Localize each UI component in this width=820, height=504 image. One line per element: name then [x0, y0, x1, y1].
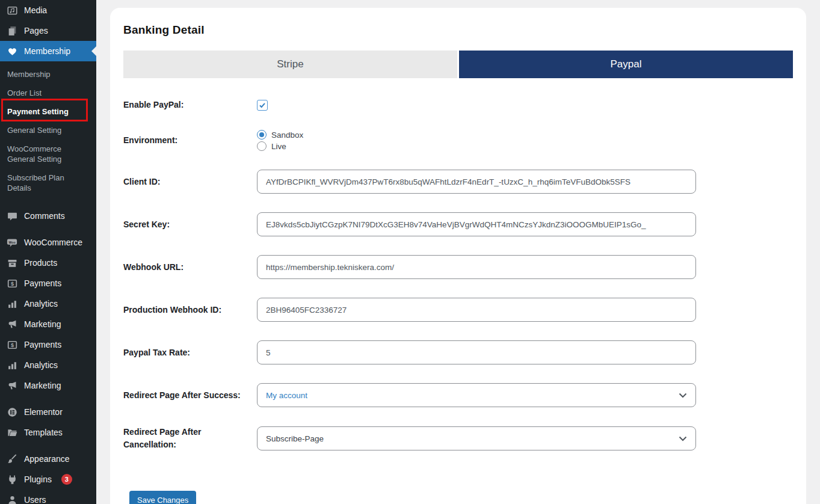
users-icon [6, 494, 18, 504]
paypal-tax-rate-input[interactable] [257, 340, 696, 364]
sidebar-item-woocommerce[interactable]: Woo WooCommerce [0, 232, 96, 253]
media-icon [6, 4, 18, 16]
sidebar-item-label: Payments [24, 339, 61, 351]
pages-icon [6, 25, 18, 37]
sidebar-item-users[interactable]: Users [0, 490, 96, 504]
production-webhook-id-input[interactable] [257, 298, 696, 322]
appearance-brush-icon [6, 453, 18, 465]
submenu-item-payment-setting[interactable]: Payment Setting [0, 102, 96, 121]
banking-detail-card: Banking Detail Stripe Paypal Enable PayP… [110, 8, 806, 504]
sidebar-item-label: Appearance [24, 453, 70, 465]
save-changes-button[interactable]: Save Changes [129, 491, 196, 504]
webhook-url-input[interactable] [257, 255, 696, 279]
sidebar-item-label: Analytics [24, 298, 58, 310]
redirect-success-value: My account [266, 391, 307, 400]
sidebar-item-label: Analytics [24, 359, 58, 371]
radio-sandbox[interactable] [257, 130, 267, 140]
templates-folder-icon [6, 426, 18, 438]
radio-sandbox-label: Sandbox [271, 131, 303, 140]
marketing-icon [6, 380, 18, 392]
submenu-item-order-list[interactable]: Order List [0, 84, 96, 102]
chevron-down-icon [679, 393, 687, 398]
marketing-icon [6, 318, 18, 330]
sidebar-item-analytics-2[interactable]: Analytics [0, 355, 96, 375]
analytics-icon [6, 359, 18, 371]
form-row-webhook-url: Webhook URL: [123, 255, 793, 279]
svg-text:$: $ [10, 342, 13, 348]
sidebar-item-payments[interactable]: $ Payments [0, 273, 96, 293]
form-row-production-webhook-id: Production Webhook ID: [123, 298, 793, 322]
sidebar-item-products[interactable]: Products [0, 253, 96, 273]
admin-sidebar: Media Pages Membership Membership Order … [0, 0, 96, 504]
sidebar-item-label: Payments [24, 277, 61, 289]
form-row-redirect-cancellation: Redirect Page After Cancellation: Subscr… [123, 426, 793, 451]
redirect-cancellation-select[interactable]: Subscribe-Page [257, 426, 696, 450]
submenu-item-woocommerce-general-setting[interactable]: WooCommerce General Setting [0, 140, 96, 168]
submenu-item-subscribed-plan-details[interactable]: Subscribed Plan Details [0, 168, 96, 197]
webhook-url-label: Webhook URL: [123, 261, 257, 274]
admin-content-area: Banking Detail Stripe Paypal Enable PayP… [96, 0, 820, 504]
comments-icon [6, 210, 18, 222]
sidebar-item-label: Media [24, 4, 47, 16]
form-row-client-id: Client ID: [123, 170, 793, 194]
production-webhook-id-label: Production Webhook ID: [123, 304, 257, 316]
environment-radio-group: Sandbox Live [257, 130, 696, 151]
sidebar-item-label: Comments [24, 210, 65, 222]
sidebar-item-label: Marketing [24, 380, 61, 392]
secret-key-input[interactable] [257, 212, 696, 236]
tab-stripe[interactable]: Stripe [123, 51, 457, 78]
sidebar-item-appearance[interactable]: Appearance [0, 449, 96, 469]
sidebar-item-elementor[interactable]: Elementor [0, 402, 96, 422]
redirect-cancellation-value: Subscribe-Page [266, 434, 324, 443]
sidebar-item-marketing-2[interactable]: Marketing [0, 375, 96, 396]
gateway-tabs: Stripe Paypal [123, 51, 793, 78]
redirect-success-select[interactable]: My account [257, 383, 696, 407]
plugins-plug-icon [6, 473, 18, 485]
radio-live[interactable] [257, 141, 267, 151]
radio-live-label: Live [271, 142, 286, 151]
client-id-input[interactable] [257, 170, 696, 194]
plugins-update-badge: 3 [61, 474, 72, 485]
sidebar-item-label: WooCommerce [24, 236, 82, 248]
secret-key-label: Secret Key: [123, 218, 257, 231]
products-icon [6, 257, 18, 269]
sidebar-item-comments[interactable]: Comments [0, 206, 96, 226]
radio-option-sandbox[interactable]: Sandbox [257, 130, 696, 140]
form-row-environment: Environment: Sandbox Live [123, 130, 793, 151]
payments-icon: $ [6, 339, 18, 351]
submenu-item-membership[interactable]: Membership [0, 65, 96, 84]
sidebar-item-payments-2[interactable]: $ Payments [0, 334, 96, 355]
sidebar-item-pages[interactable]: Pages [0, 20, 96, 41]
sidebar-item-templates[interactable]: Templates [0, 422, 96, 443]
sidebar-item-label: Membership [24, 45, 70, 57]
paypal-settings-form: Enable PayPal: Environment: Sandbox [123, 99, 793, 504]
sidebar-item-label: Plugins [24, 473, 52, 485]
sidebar-item-marketing[interactable]: Marketing [0, 314, 96, 334]
sidebar-item-plugins[interactable]: Plugins 3 [0, 469, 96, 490]
membership-submenu: Membership Order List Payment Setting Ge… [0, 61, 96, 206]
tab-paypal[interactable]: Paypal [459, 51, 793, 78]
sidebar-item-label: Marketing [24, 318, 61, 330]
radio-option-live[interactable]: Live [257, 141, 696, 151]
svg-text:$: $ [10, 280, 13, 286]
sidebar-item-media[interactable]: Media [0, 0, 96, 20]
environment-label: Environment: [123, 134, 257, 147]
chevron-down-icon [679, 436, 687, 441]
sidebar-item-label: Users [24, 494, 46, 504]
elementor-icon [6, 406, 18, 418]
redirect-success-label: Redirect Page After Success: [123, 389, 257, 402]
sidebar-item-label: Templates [24, 426, 63, 438]
payments-icon: $ [6, 277, 18, 289]
sidebar-item-analytics[interactable]: Analytics [0, 293, 96, 314]
paypal-tax-rate-label: Paypal Tax Rate: [123, 346, 257, 359]
enable-paypal-label: Enable PayPal: [123, 99, 257, 111]
page-title: Banking Detail [123, 23, 793, 37]
enable-paypal-checkbox[interactable] [257, 100, 268, 111]
heart-icon [6, 45, 18, 57]
form-row-paypal-tax-rate: Paypal Tax Rate: [123, 340, 793, 364]
client-id-label: Client ID: [123, 176, 257, 188]
sidebar-item-membership[interactable]: Membership [0, 41, 96, 61]
svg-text:Woo: Woo [8, 241, 15, 244]
sidebar-item-label: Elementor [24, 406, 63, 418]
submenu-item-general-setting[interactable]: General Setting [0, 121, 96, 140]
